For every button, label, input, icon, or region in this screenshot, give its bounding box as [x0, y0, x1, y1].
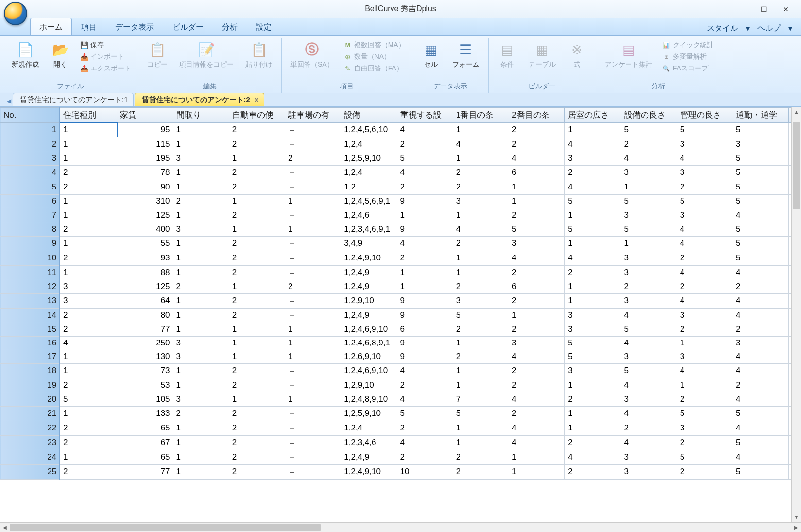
cell[interactable]: 2: [229, 293, 285, 308]
row-number[interactable]: 3: [0, 152, 60, 165]
cell[interactable]: 1,2,4,9,10: [341, 464, 397, 479]
cell[interactable]: 3: [453, 293, 509, 308]
survey-button[interactable]: アンケート集計: [601, 39, 656, 70]
cell[interactable]: 5: [565, 350, 621, 363]
cell[interactable]: 125: [117, 208, 173, 223]
cell[interactable]: －: [285, 265, 341, 280]
app-orb-icon[interactable]: [4, 2, 27, 25]
cell[interactable]: 4: [733, 393, 789, 406]
cell[interactable]: 2: [677, 464, 733, 479]
cell[interactable]: 3: [621, 393, 677, 406]
copy-button[interactable]: コピー: [143, 39, 171, 70]
cell[interactable]: 2: [509, 363, 565, 378]
cell[interactable]: 4: [621, 378, 677, 393]
cell[interactable]: 1: [285, 323, 341, 336]
cell[interactable]: 1: [453, 378, 509, 393]
cell[interactable]: 3: [677, 421, 733, 435]
cell[interactable]: 1: [229, 194, 285, 208]
cell[interactable]: 4: [621, 152, 677, 165]
cell[interactable]: 9: [397, 308, 453, 323]
cell[interactable]: 3: [733, 336, 789, 350]
column-header[interactable]: 1番目の条: [453, 108, 509, 123]
column-header[interactable]: 管理の良さ: [677, 108, 733, 123]
cell[interactable]: 5: [733, 464, 789, 479]
cell[interactable]: 2: [677, 280, 733, 293]
cell[interactable]: －: [285, 464, 341, 479]
cell[interactable]: 1,2,4,8,9,10: [341, 393, 397, 406]
cell[interactable]: 4: [733, 363, 789, 378]
cell[interactable]: 1: [509, 464, 565, 479]
cell[interactable]: 3: [621, 293, 677, 308]
cell[interactable]: 1: [285, 223, 341, 236]
new-button[interactable]: 新規作成: [8, 39, 43, 70]
cell[interactable]: －: [285, 406, 341, 421]
cell[interactable]: 1,2,4,9,10: [341, 251, 397, 265]
cell[interactable]: 1: [60, 450, 117, 464]
cell[interactable]: 2: [60, 378, 117, 393]
cell[interactable]: 2: [509, 122, 565, 137]
cell[interactable]: 1,2,4,6,9,10: [341, 323, 397, 336]
cell[interactable]: 9: [397, 223, 453, 236]
na-button[interactable]: 数量（NA）: [341, 51, 407, 62]
cell[interactable]: 4: [733, 308, 789, 323]
row-number[interactable]: 17: [0, 350, 60, 363]
cell[interactable]: 4: [565, 180, 621, 194]
cell[interactable]: 1: [60, 236, 117, 251]
help-menu[interactable]: ヘルプ: [754, 21, 784, 35]
cell[interactable]: 1: [509, 180, 565, 194]
cell[interactable]: 3: [677, 137, 733, 152]
cell[interactable]: 2: [453, 180, 509, 194]
cell[interactable]: 1: [285, 350, 341, 363]
cell[interactable]: 9: [397, 336, 453, 350]
cell[interactable]: 2: [565, 265, 621, 280]
cell[interactable]: 1: [285, 393, 341, 406]
cell[interactable]: －: [285, 165, 341, 180]
cell[interactable]: 1: [229, 350, 285, 363]
cell[interactable]: 1: [60, 137, 117, 152]
scroll-right-icon[interactable]: ▶: [791, 523, 801, 532]
table-row[interactable]: 1336412－1,2,9,109321344: [0, 293, 801, 308]
cell[interactable]: 1: [453, 336, 509, 350]
row-number[interactable]: 12: [0, 280, 60, 293]
cell[interactable]: 2: [565, 464, 621, 479]
cell[interactable]: 4: [733, 450, 789, 464]
table-row[interactable]: 1642503111,2,4,6,8,9,19135413: [0, 336, 801, 350]
cell[interactable]: 5: [677, 194, 733, 208]
cell[interactable]: 3: [173, 336, 229, 350]
cell[interactable]: 4: [397, 236, 453, 251]
cell[interactable]: 4: [677, 236, 733, 251]
cell[interactable]: 5: [397, 406, 453, 421]
cell[interactable]: 5: [621, 323, 677, 336]
cell[interactable]: 1: [173, 137, 229, 152]
column-header[interactable]: 家賃: [117, 108, 173, 123]
row-number[interactable]: 7: [0, 208, 60, 223]
cell[interactable]: 1,2,3,4,6,9,1: [341, 223, 397, 236]
cell[interactable]: 4: [397, 122, 453, 137]
cell[interactable]: 5: [733, 152, 789, 165]
cell[interactable]: 1: [397, 265, 453, 280]
cell[interactable]: 4: [677, 223, 733, 236]
cell[interactable]: 5: [621, 223, 677, 236]
row-number[interactable]: 24: [0, 450, 60, 464]
row-number[interactable]: 6: [0, 194, 60, 208]
table-row[interactable]: 1231252121,2,4,91261222: [0, 280, 801, 293]
cell[interactable]: 1: [285, 336, 341, 350]
row-number[interactable]: 9: [0, 236, 60, 251]
cell[interactable]: 5: [509, 223, 565, 236]
row-number[interactable]: 1: [0, 122, 60, 137]
cell[interactable]: 3: [677, 165, 733, 180]
row-number[interactable]: 13: [0, 293, 60, 308]
row-number[interactable]: 14: [0, 308, 60, 323]
minimize-button[interactable]: —: [730, 2, 752, 17]
cell[interactable]: 2: [229, 180, 285, 194]
cell[interactable]: 1: [173, 208, 229, 223]
cell[interactable]: 3: [621, 165, 677, 180]
cell[interactable]: －: [285, 421, 341, 435]
cell[interactable]: 2: [509, 378, 565, 393]
cell[interactable]: 1: [453, 208, 509, 223]
cell[interactable]: 2: [733, 378, 789, 393]
row-number[interactable]: 23: [0, 435, 60, 450]
table-row[interactable]: 2326712－1,2,3,4,64142425: [0, 435, 801, 450]
cell[interactable]: 9: [397, 293, 453, 308]
cell[interactable]: 4: [397, 393, 453, 406]
